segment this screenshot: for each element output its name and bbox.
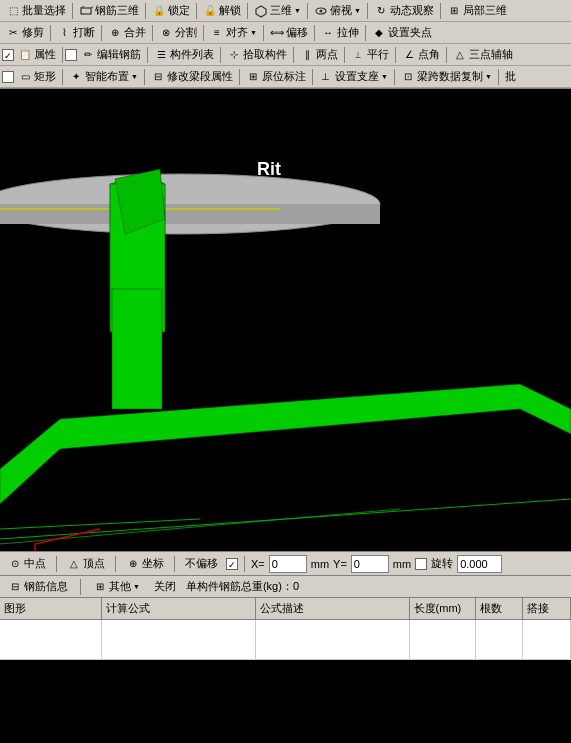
edit-rebar-button[interactable]: ✏ 编辑钢筋 [77, 45, 145, 65]
local-3d-button[interactable]: ⊞ 局部三维 [443, 1, 511, 21]
separator [446, 47, 447, 63]
parallel-button[interactable]: ⟂ 平行 [347, 45, 393, 65]
rotate-checkbox[interactable] [415, 558, 427, 570]
separator [220, 47, 221, 63]
separator [50, 25, 51, 41]
rebar-info-button[interactable]: ⊟ 钢筋信息 [4, 577, 72, 597]
y-label: Y= [333, 558, 347, 570]
rebar-3d-button[interactable]: 钢筋三维 [75, 1, 143, 21]
dropdown-arrow: ▼ [131, 73, 138, 80]
set-support-button[interactable]: ⊥ 设置支座 ▼ [315, 67, 392, 87]
prop-icon: 📋 [18, 48, 32, 62]
modify-beam-props-button[interactable]: ⊟ 修改梁段属性 [147, 67, 237, 87]
parallel-icon: ⟂ [351, 48, 365, 62]
two-points-button[interactable]: ∥ 两点 [296, 45, 342, 65]
trim-button[interactable]: ✂ 修剪 [2, 23, 48, 43]
rebar-info-icon: ⊟ [8, 580, 22, 594]
pick-component-button[interactable]: ⊹ 拾取构件 [223, 45, 291, 65]
origin-mark-button[interactable]: ⊞ 原位标注 [242, 67, 310, 87]
toolbar: ⬚ 批量选择 钢筋三维 🔒 锁定 🔓 解锁 三维 ▼ [0, 0, 571, 89]
separator [115, 556, 116, 572]
midpoint-icon: ⊙ [8, 557, 22, 571]
align-icon: ≡ [210, 26, 224, 40]
lock-button[interactable]: 🔒 锁定 [148, 1, 194, 21]
svg-rect-7 [0, 204, 380, 224]
split-button[interactable]: ⊗ 分割 [155, 23, 201, 43]
dropdown-arrow: ▼ [294, 7, 301, 14]
stretch-button[interactable]: ↔ 拉伸 [317, 23, 363, 43]
table-cell [256, 620, 410, 660]
table-cell [0, 620, 102, 660]
separator [440, 3, 441, 19]
x-label: X= [251, 558, 265, 570]
separator [145, 3, 146, 19]
set-point-button[interactable]: ◆ 设置夹点 [368, 23, 436, 43]
separator [152, 25, 153, 41]
no-offset-checkbox[interactable] [226, 558, 238, 570]
unlock-button[interactable]: 🔓 解锁 [199, 1, 245, 21]
separator [101, 25, 102, 41]
smart-layout-button[interactable]: ✦ 智能布置 ▼ [65, 67, 142, 87]
rectangle-button[interactable]: ▭ 矩形 [14, 67, 60, 87]
table-cell [523, 620, 571, 660]
no-offset-button[interactable]: 不偏移 [181, 554, 222, 574]
vertex-button[interactable]: △ 顶点 [63, 554, 109, 574]
angle-icon: ∠ [402, 48, 416, 62]
svg-rect-0 [81, 8, 91, 14]
beam-data-copy-button[interactable]: ⊡ 梁跨数据复制 ▼ [397, 67, 496, 87]
properties-checkbox[interactable] [2, 49, 14, 61]
other-icon: ⊞ [93, 580, 107, 594]
rotate-icon: ↻ [374, 4, 388, 18]
rebar-3d-icon [79, 4, 93, 18]
separator [365, 25, 366, 41]
point-angle-button[interactable]: ∠ 点角 [398, 45, 444, 65]
viewport-3d[interactable]: Rit [0, 89, 571, 551]
y-input[interactable] [351, 555, 389, 573]
rotate-input[interactable] [457, 555, 502, 573]
list-icon: ☰ [154, 48, 168, 62]
y-unit: mm [393, 558, 411, 570]
viewport-svg [0, 89, 571, 551]
align-button[interactable]: ≡ 对齐 ▼ [206, 23, 261, 43]
dropdown-arrow: ▼ [250, 29, 257, 36]
dynamic-obs-button[interactable]: ↻ 动态观察 [370, 1, 438, 21]
midpoint-button[interactable]: ⊙ 中点 [4, 554, 50, 574]
break-button[interactable]: ⌇ 打断 [53, 23, 99, 43]
rectangle-checkbox[interactable] [2, 71, 14, 83]
view-plan-button[interactable]: 俯视 ▼ [310, 1, 365, 21]
dropdown-arrow: ▼ [354, 7, 361, 14]
properties-button[interactable]: 📋 属性 [14, 45, 60, 65]
copy-icon: ⊡ [401, 70, 415, 84]
info-bar: ⊟ 钢筋信息 ⊞ 其他 ▼ 关闭 单构件钢筋总重(kg)：0 [0, 575, 571, 597]
svg-rect-13 [112, 289, 162, 409]
batch-select-button[interactable]: ⬚ 批量选择 [2, 1, 70, 21]
edit-icon: ✏ [81, 48, 95, 62]
close-button[interactable]: 关闭 [150, 577, 180, 597]
separator [72, 3, 73, 19]
three-pt-aux-button[interactable]: △ 三点辅轴 [449, 45, 517, 65]
toolbar-row-3: 📋 属性 ✏ 编辑钢筋 ☰ 构件列表 ⊹ 拾取构件 ∥ 两点 ⟂ 平行 [0, 44, 571, 66]
status-bar: ⊙ 中点 △ 顶点 ⊕ 坐标 不偏移 X= mm Y= mm 旋转 [0, 551, 571, 575]
offset-button[interactable]: ⟺ 偏移 [266, 23, 312, 43]
merge-button[interactable]: ⊕ 合并 [104, 23, 150, 43]
separator [247, 3, 248, 19]
separator [80, 579, 81, 595]
batch2-button[interactable]: 批 [501, 67, 520, 87]
three-pt-icon: △ [453, 48, 467, 62]
other-button[interactable]: ⊞ 其他 ▼ [89, 577, 144, 597]
x-input[interactable] [269, 555, 307, 573]
separator [312, 69, 313, 85]
svg-marker-11 [0, 384, 571, 504]
offset-icon: ⟺ [270, 26, 284, 40]
component-list-button[interactable]: ☰ 构件列表 [150, 45, 218, 65]
dropdown-arrow: ▼ [485, 73, 492, 80]
view-3d-button[interactable]: 三维 ▼ [250, 1, 305, 21]
split-icon: ⊗ [159, 26, 173, 40]
rectangle-icon: ▭ [18, 70, 32, 84]
separator [62, 47, 63, 63]
table-area: 图形 计算公式 公式描述 长度(mm) 根数 搭接 [0, 597, 571, 660]
coord-button[interactable]: ⊕ 坐标 [122, 554, 168, 574]
edit-rebar-checkbox[interactable] [65, 49, 77, 61]
pick-icon: ⊹ [227, 48, 241, 62]
separator [144, 69, 145, 85]
